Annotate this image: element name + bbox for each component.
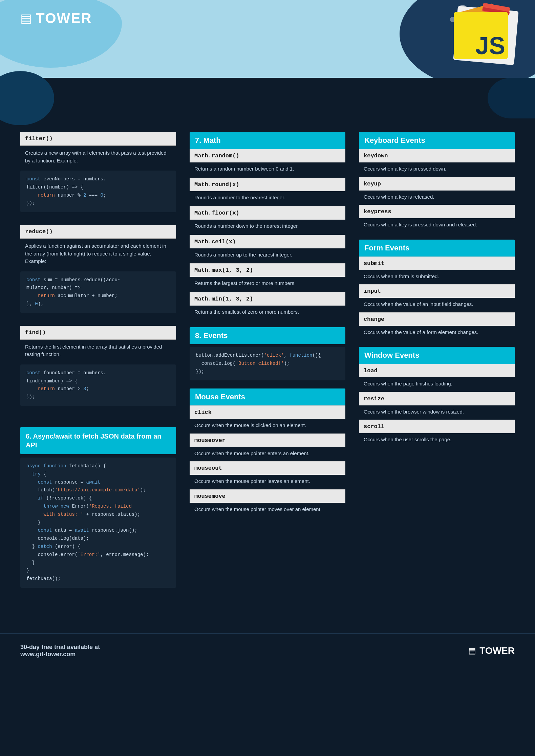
keypress-title: keypress	[359, 205, 515, 218]
submit-title: submit	[359, 257, 515, 270]
math-ceil-title: Math.ceil(x)	[190, 235, 345, 248]
filter-desc: Creates a new array with all elements th…	[20, 146, 176, 168]
code-num-4: 3	[83, 386, 86, 392]
column-3: Keyboard Events keydown Occurs when a ke…	[359, 132, 515, 593]
math-floor-desc: Rounds a number down to the nearest inte…	[190, 220, 345, 235]
keypress-desc: Occurs when a key is pressed down and re…	[359, 218, 515, 233]
math-ceil-desc: Rounds a number up to the nearest intege…	[190, 248, 345, 264]
footer-tower-icon: ▤	[468, 646, 476, 655]
form-events-section: Form Events submit Occurs when a form is…	[359, 240, 515, 340]
column-1: filter() Creates a new array with all el…	[20, 132, 176, 593]
code-num-2: 0	[100, 193, 103, 198]
find-desc: Returns the first element in the array t…	[20, 340, 176, 362]
math-section: 7. Math Math.random() Returns a random n…	[190, 132, 345, 320]
footer-logo: ▤ TOWER	[468, 645, 515, 656]
mousemove-event-title: mousemove	[190, 489, 345, 503]
code-catch: catch	[38, 544, 52, 549]
column-2: 7. Math Math.random() Returns a random n…	[190, 132, 345, 593]
math-round-title: Math.round(x)	[190, 178, 345, 191]
code-await-2: await	[75, 528, 89, 533]
math-min-title: Math.min(1, 3, 2)	[190, 292, 345, 306]
code-throw: throw	[43, 504, 58, 509]
math-round-desc: Rounds a number to the nearest integer.	[190, 191, 345, 206]
js-badge: JS	[454, 12, 508, 59]
keydown-title: keydown	[359, 149, 515, 162]
math-section-header: 7. Math	[190, 132, 345, 149]
code-const-1: const	[26, 176, 41, 182]
filter-title: filter()	[20, 132, 176, 146]
mouseout-event-title: mouseout	[190, 461, 345, 475]
async-section-header: 6. Async/await to fetch JSON data from a…	[20, 427, 176, 454]
dark-blob-left	[0, 71, 54, 125]
filter-code: const evenNumbers = numbers. filter((num…	[20, 171, 176, 212]
mouseover-event-desc: Occurs when the mouse pointer enters an …	[190, 447, 345, 462]
js-text: JS	[475, 34, 508, 59]
window-events-section: Window Events load Occurs when the page …	[359, 347, 515, 448]
mouse-events-header: Mouse Events	[190, 388, 345, 405]
code-func-kw: function	[290, 353, 312, 358]
math-random-desc: Returns a random number between 0 and 1.	[190, 162, 345, 178]
dark-blob-right	[488, 78, 535, 118]
keyboard-events-section: Keyboard Events keydown Occurs when a ke…	[359, 132, 515, 233]
scroll-desc: Occurs when the user scrolls the page.	[359, 433, 515, 448]
change-desc: Occurs when the value of a form element …	[359, 326, 515, 340]
code-url: 'https://api.example.com/data'	[55, 487, 140, 493]
events-section-header: 8. Events	[190, 327, 345, 344]
header: ▤ TOWER JS	[0, 0, 535, 78]
reduce-title: reduce()	[20, 225, 176, 239]
load-desc: Occurs when the page finishes loading.	[359, 377, 515, 392]
code-if: if	[38, 495, 44, 501]
code-return-2: return	[38, 293, 55, 298]
dark-transition	[0, 78, 535, 118]
code-await-1: await	[86, 480, 100, 485]
click-event-desc: Occurs when the mouse is clicked on an e…	[190, 419, 345, 433]
code-err-label: 'Error:'	[78, 552, 100, 557]
code-function: function	[43, 463, 66, 469]
mouse-events-section: Mouse Events click Occurs when the mouse…	[190, 388, 345, 517]
resize-title: resize	[359, 392, 515, 405]
mouseout-event-desc: Occurs when the mouse pointer leaves an …	[190, 475, 345, 489]
code-try: try	[32, 471, 41, 477]
events-section: 8. Events button.addEventListener('click…	[190, 327, 345, 385]
code-const-4: const	[38, 480, 52, 485]
reduce-section: reduce() Applies a function against an a…	[20, 225, 176, 318]
footer: 30-day free trial available atwww.git-to…	[0, 633, 535, 668]
keyup-title: keyup	[359, 177, 515, 191]
keyboard-events-header: Keyboard Events	[359, 132, 515, 149]
find-section: find() Returns the first element in the …	[20, 326, 176, 411]
mousemove-event-desc: Occurs when the mouse pointer moves over…	[190, 503, 345, 517]
filter-section: filter() Creates a new array with all el…	[20, 132, 176, 217]
scroll-title: scroll	[359, 420, 515, 433]
code-return-3: return	[38, 386, 55, 392]
code-const-2: const	[26, 277, 41, 283]
code-async: async	[26, 463, 41, 469]
logo-text: TOWER	[36, 10, 92, 26]
math-random-title: Math.random()	[190, 149, 345, 162]
code-err-msg: 'Request failed with status: '	[26, 504, 132, 517]
keyup-desc: Occurs when a key is released.	[359, 191, 515, 205]
code-const-5: const	[38, 528, 52, 533]
resize-desc: Occurs when the browser window is resize…	[359, 405, 515, 420]
reduce-code: const sum = numbers.reduce((accu- mulato…	[20, 271, 176, 313]
code-new: new	[61, 504, 69, 509]
keydown-desc: Occurs when a key is pressed down.	[359, 162, 515, 177]
find-code: const foundNumber = numbers. find((numbe…	[20, 364, 176, 406]
window-events-header: Window Events	[359, 347, 515, 364]
form-events-header: Form Events	[359, 240, 515, 257]
mouseover-event-title: mouseover	[190, 433, 345, 447]
input-desc: Occurs when the value of an input field …	[359, 298, 515, 312]
footer-logo-text: TOWER	[479, 645, 515, 656]
change-title: change	[359, 312, 515, 326]
tower-icon: ▤	[20, 11, 32, 25]
footer-trial-text: 30-day free trial available atwww.git-to…	[20, 644, 100, 658]
reduce-desc: Applies a function against an accumulato…	[20, 239, 176, 269]
math-floor-title: Math.floor(x)	[190, 206, 345, 220]
math-max-title: Math.max(1, 3, 2)	[190, 263, 345, 277]
events-code: button.addEventListener('click', functio…	[190, 347, 345, 380]
find-title: find()	[20, 326, 176, 340]
code-num-3: 0	[35, 301, 38, 307]
code-const-3: const	[26, 370, 41, 376]
code-return-1: return	[38, 193, 55, 198]
load-title: load	[359, 364, 515, 377]
logo-container: ▤ TOWER	[20, 10, 92, 26]
